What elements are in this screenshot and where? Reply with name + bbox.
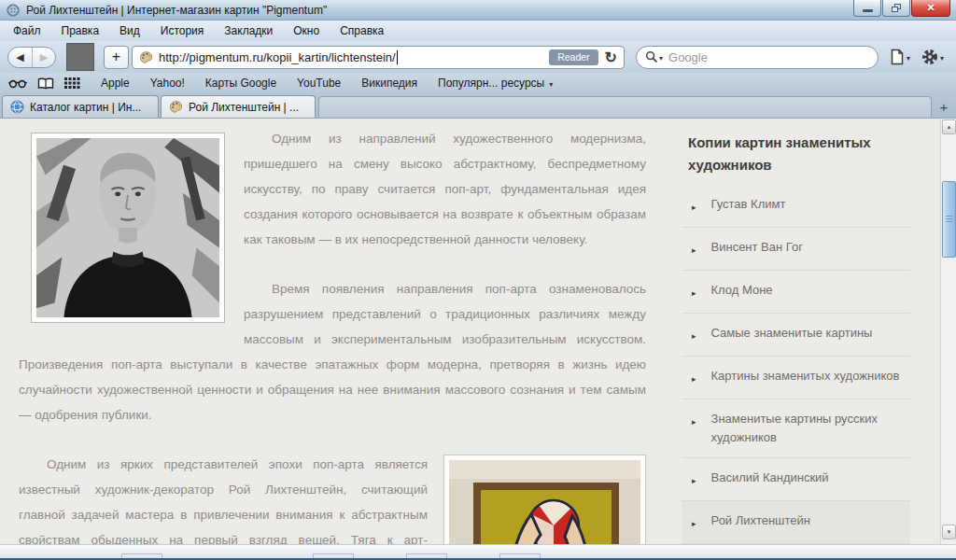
reader-glasses-button[interactable] (8, 78, 27, 89)
bullet-icon: ▸ (692, 241, 696, 259)
sidebar-item-label: Василий Кандинский (711, 469, 829, 487)
url-text: http://pigmentum.ru/kopii_kartin/lichten… (159, 50, 396, 64)
chevron-down-icon: ▾ (940, 54, 944, 63)
thumb-grip (946, 216, 952, 223)
back-icon: ◀ (16, 51, 23, 63)
page-icon (890, 49, 905, 65)
sidebar-item-russian-artists[interactable]: ▸ Знаменитые картины русских художников (682, 399, 910, 458)
tab-lichtenstein-active[interactable]: Рой Лихтенштейн | ... (161, 95, 316, 118)
browser-window: Рой Лихтенштейн | Интернет-магазин карти… (0, 0, 956, 560)
scroll-up-button[interactable]: ▲ (942, 119, 956, 134)
bookmark-google-maps[interactable]: Карты Google (195, 75, 287, 91)
bookmark-popular-folder[interactable]: Популярн... ресурсы▾ (428, 75, 563, 91)
article: Одним из направлений художественного мод… (19, 126, 646, 544)
search-engine-caret-icon[interactable]: ▾ (659, 54, 663, 63)
vertical-scrollbar[interactable]: ▲ ▼ (940, 119, 956, 544)
bullet-icon: ▸ (692, 198, 696, 217)
grid-icon (64, 77, 80, 90)
scroll-down-icon: ▼ (947, 529, 952, 535)
menu-bar: Файл Правка Вид История Закладки Окно Сп… (0, 21, 956, 41)
navigation-toolbar: ◀ ▶ + http://pigmentum.ru/kopii_kartin/l… (0, 41, 956, 73)
search-input[interactable]: ▾ Google (636, 46, 879, 69)
bullet-icon: ▸ (692, 327, 696, 345)
page-content: Одним из направлений художественного мод… (0, 118, 956, 544)
plus-icon: + (112, 49, 120, 65)
tab-catalog[interactable]: Каталог картин | Ин... (2, 95, 159, 118)
new-page-menu-button[interactable]: ▾ (890, 49, 910, 65)
sidebar-item-label: Знаменитые картины русских художников (711, 410, 903, 447)
forward-button[interactable]: ▶ (32, 48, 55, 67)
forward-icon: ▶ (40, 51, 48, 63)
window-title: Рой Лихтенштейн | Интернет-магазин карти… (26, 4, 327, 17)
menu-edit[interactable]: Правка (51, 21, 110, 40)
sidebar-item-label: Самые знаменитые картины (711, 324, 873, 343)
bullet-icon: ▸ (692, 284, 696, 302)
add-tab-button[interactable]: + (104, 46, 129, 69)
address-bar[interactable]: http://pigmentum.ru/kopii_kartin/lichten… (132, 46, 625, 69)
reload-icon[interactable]: ↻ (605, 49, 617, 66)
plus-icon: + (940, 99, 949, 115)
bookmark-yahoo[interactable]: Yahoo! (140, 75, 195, 91)
sidebar-item-label: Рой Лихтенштейн (711, 511, 810, 530)
menu-view[interactable]: Вид (109, 21, 150, 40)
menu-history[interactable]: История (150, 21, 215, 40)
taskbar-ghost-button (499, 553, 541, 558)
girl-with-ball-painting-photo (443, 455, 646, 544)
taskbar-ghost-button (313, 553, 354, 558)
bullet-icon: ▸ (692, 514, 696, 533)
palette-icon (169, 100, 183, 114)
chevron-down-icon: ▾ (907, 54, 910, 63)
top-sites-button[interactable] (64, 77, 80, 90)
lichtenstein-portrait-photo (31, 133, 225, 323)
menu-bookmarks[interactable]: Закладки (214, 21, 283, 40)
bookmark-apple[interactable]: Apple (91, 75, 140, 91)
minimize-icon (863, 9, 873, 12)
sidebar-item-label: Клод Моне (711, 281, 773, 300)
sidebar-item-famous-artists[interactable]: ▸ Картины знаменитых художников (682, 357, 910, 399)
sidebar-item-lichtenstein-active[interactable]: ▸ Рой Лихтенштейн (682, 501, 910, 544)
sidebar-item-klimt[interactable]: ▸ Густав Климт (682, 185, 910, 228)
restore-icon (892, 4, 901, 12)
sidebar-item-label: Картины знаменитых художников (711, 367, 900, 385)
portrait-image (36, 138, 219, 317)
bookmarks-bar: Apple Yahoo! Карты Google YouTube Википе… (0, 73, 956, 93)
menu-file[interactable]: Файл (3, 21, 51, 40)
gear-icon (921, 49, 938, 65)
bullet-icon: ▸ (692, 413, 696, 431)
menu-window[interactable]: Окно (283, 21, 330, 40)
painting-image (449, 460, 640, 544)
bookmark-youtube[interactable]: YouTube (287, 75, 351, 91)
sidebar-item-monet[interactable]: ▸ Клод Моне (682, 271, 910, 314)
scroll-up-icon: ▲ (947, 124, 952, 130)
empty-tab-strip (318, 96, 932, 118)
bullet-icon: ▸ (692, 471, 696, 490)
menu-help[interactable]: Справка (330, 21, 394, 40)
bookmark-wikipedia[interactable]: Википедия (351, 75, 428, 91)
sidebar-item-label: Винсент Ван Гог (711, 238, 803, 257)
restore-button[interactable] (882, 0, 910, 17)
reader-button[interactable]: Reader (549, 49, 598, 65)
sidebar-item-van-gogh[interactable]: ▸ Винсент Ван Гог (682, 228, 910, 271)
tools-menu-button[interactable]: ▾ (921, 49, 944, 65)
sidebar-heading: Копии картин знаменитых художников (688, 132, 910, 176)
glasses-icon (8, 78, 27, 89)
reading-list-button[interactable] (37, 77, 54, 90)
sidebar-item-label: Густав Климт (711, 195, 786, 214)
scroll-down-button[interactable]: ▼ (942, 525, 956, 539)
sidebar-item-famous-paintings[interactable]: ▸ Самые знаменитые картины (682, 314, 910, 357)
scrollbar-thumb[interactable] (942, 181, 956, 258)
minimize-button[interactable] (853, 0, 881, 17)
palette-favicon (139, 50, 153, 64)
back-button[interactable]: ◀ (8, 48, 32, 67)
tab-label: Рой Лихтенштейн | ... (189, 101, 299, 114)
chevron-down-icon: ▾ (549, 80, 553, 89)
close-button[interactable]: ✕ (911, 0, 950, 17)
tab-bar: Каталог картин | Ин... Рой Лихтенштейн |… (0, 93, 956, 118)
book-icon (37, 77, 54, 90)
taskbar-ghost-button (121, 553, 162, 558)
new-tab-button[interactable]: + (935, 97, 953, 116)
sidebar-item-kandinsky[interactable]: ▸ Василий Кандинский (682, 458, 910, 501)
site-button-placeholder[interactable] (66, 43, 94, 71)
app-icon (7, 4, 20, 17)
text-caret (397, 50, 398, 64)
